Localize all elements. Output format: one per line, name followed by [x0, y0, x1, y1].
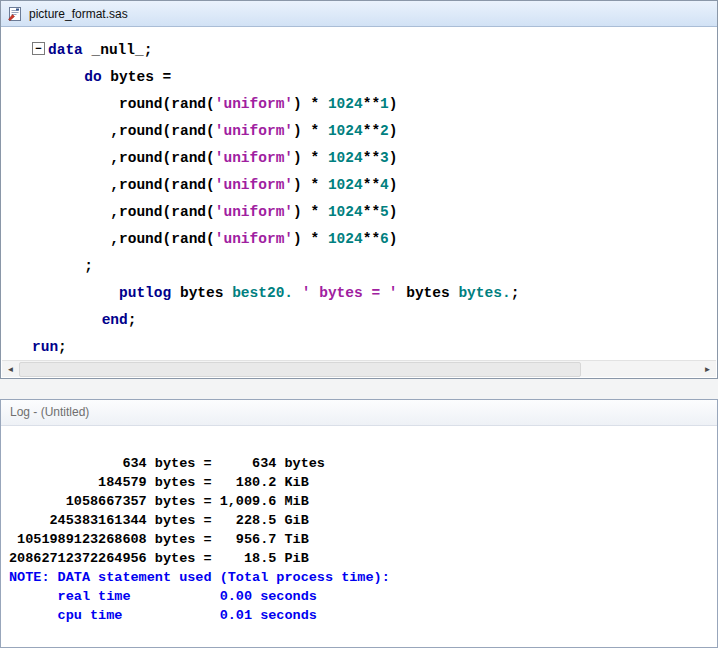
code-token-plain: ): [389, 96, 398, 112]
code-line: ,round(rand('uniform') * 1024**2): [32, 118, 716, 145]
code-token-kw: putlog: [119, 285, 171, 301]
code-token-num: 5: [380, 204, 389, 220]
code-token-kw: run: [32, 339, 58, 355]
code-token-num: bytes.: [458, 285, 510, 301]
code-token-plain: **: [363, 204, 380, 220]
log-content[interactable]: 634 bytes = 634 bytes 184579 bytes = 180…: [2, 426, 716, 646]
code-line: end;: [32, 307, 716, 334]
code-line: −data _null_;: [32, 37, 716, 64]
code-token-num: 1024: [328, 231, 363, 247]
log-note-line: NOTE: DATA statement used (Total process…: [9, 568, 716, 587]
code-token-num: 1: [380, 96, 389, 112]
editor-window: picture_format.sas −data _null_; do byte…: [0, 0, 718, 379]
code-token-plain: round(rand(: [32, 96, 215, 112]
code-token-plain: ,round(rand(: [32, 231, 215, 247]
code-token-str: ' bytes = ': [302, 285, 398, 301]
code-token-plain: **: [363, 177, 380, 193]
code-token-str: 'uniform': [215, 123, 293, 139]
code-token-str: 'uniform': [215, 96, 293, 112]
code-token-plain: **: [363, 96, 380, 112]
code-fold-collapse-icon[interactable]: −: [32, 42, 45, 55]
code-token-str: 'uniform': [215, 177, 293, 193]
log-titlebar[interactable]: Log - (Untitled): [1, 400, 717, 426]
code-token-num: 1024: [328, 150, 363, 166]
code-token-plain: ): [389, 177, 398, 193]
code-token-plain: ): [389, 150, 398, 166]
code-token-str: 'uniform': [215, 150, 293, 166]
code-token-num: 1024: [328, 123, 363, 139]
log-output-line: 20862712372264956 bytes = 18.5 PiB: [9, 549, 716, 568]
code-lines: −data _null_; do bytes = round(rand('uni…: [32, 37, 716, 360]
code-token-kw: data: [48, 42, 83, 58]
code-editor[interactable]: −data _null_; do bytes = round(rand('uni…: [2, 27, 716, 360]
code-line: ,round(rand('uniform') * 1024**6): [32, 226, 716, 253]
code-token-plain: _null_;: [83, 42, 153, 58]
code-token-num: 2: [380, 123, 389, 139]
code-token-plain: ) *: [293, 177, 328, 193]
code-token-num: 1024: [328, 204, 363, 220]
code-line: ,round(rand('uniform') * 1024**3): [32, 145, 716, 172]
log-lines: 634 bytes = 634 bytes 184579 bytes = 180…: [9, 454, 716, 625]
log-output-line: 184579 bytes = 180.2 KiB: [9, 473, 716, 492]
code-token-plain: ;: [511, 285, 520, 301]
code-token-plain: ,round(rand(: [32, 177, 215, 193]
code-token-plain: [32, 69, 84, 85]
code-token-plain: [32, 285, 119, 301]
code-token-plain: bytes: [171, 285, 232, 301]
code-token-num: 6: [380, 231, 389, 247]
code-line: putlog bytes best20. ' bytes = ' bytes b…: [32, 280, 716, 307]
code-line: do bytes =: [32, 64, 716, 91]
code-token-plain: ,round(rand(: [32, 150, 215, 166]
code-token-plain: ;: [58, 339, 67, 355]
log-window: Log - (Untitled) 634 bytes = 634 bytes 1…: [0, 399, 718, 648]
scroll-left-arrow-icon[interactable]: ◄: [2, 361, 19, 377]
editor-titlebar[interactable]: picture_format.sas: [1, 1, 717, 27]
code-line: run;: [32, 334, 716, 360]
editor-horizontal-scrollbar[interactable]: ◄ ►: [2, 360, 716, 377]
code-token-num: 4: [380, 177, 389, 193]
code-token-plain: **: [363, 231, 380, 247]
code-token-plain: bytes: [398, 285, 459, 301]
code-token-plain: [293, 285, 302, 301]
code-line: ;: [32, 253, 716, 280]
code-token-num: 1024: [328, 96, 363, 112]
code-token-plain: [32, 312, 102, 328]
code-token-kw: do: [84, 69, 101, 85]
code-line: ,round(rand('uniform') * 1024**5): [32, 199, 716, 226]
code-token-plain: ) *: [293, 123, 328, 139]
code-token-str: 'uniform': [215, 231, 293, 247]
code-token-kw: end: [102, 312, 128, 328]
code-token-plain: ;: [32, 258, 93, 274]
code-token-plain: ): [389, 204, 398, 220]
log-output-line: 1058667357 bytes = 1,009.6 MiB: [9, 492, 716, 511]
code-token-plain: bytes =: [102, 69, 172, 85]
code-token-plain: ) *: [293, 204, 328, 220]
log-window-title: Log - (Untitled): [10, 405, 89, 419]
code-token-plain: **: [363, 123, 380, 139]
code-token-num: best20.: [232, 285, 293, 301]
code-token-plain: ) *: [293, 231, 328, 247]
scrollbar-thumb[interactable]: [19, 362, 581, 377]
log-output-line: 245383161344 bytes = 228.5 GiB: [9, 511, 716, 530]
code-token-plain: ,round(rand(: [32, 204, 215, 220]
code-token-plain: ,round(rand(: [32, 123, 215, 139]
code-token-plain: ): [389, 231, 398, 247]
log-output-line: 634 bytes = 634 bytes: [9, 454, 716, 473]
code-token-plain: ;: [128, 312, 137, 328]
scroll-right-arrow-icon[interactable]: ►: [699, 361, 716, 377]
sas-program-icon[interactable]: [7, 6, 23, 22]
code-token-num: 3: [380, 150, 389, 166]
code-token-num: 1024: [328, 177, 363, 193]
code-token-plain: ) *: [293, 96, 328, 112]
code-token-plain: ) *: [293, 150, 328, 166]
code-token-plain: **: [363, 150, 380, 166]
code-line: round(rand('uniform') * 1024**1): [32, 91, 716, 118]
code-token-str: 'uniform': [215, 204, 293, 220]
code-line: ,round(rand('uniform') * 1024**4): [32, 172, 716, 199]
log-note-line: cpu time 0.01 seconds: [9, 606, 716, 625]
editor-title: picture_format.sas: [29, 7, 128, 21]
log-note-line: real time 0.00 seconds: [9, 587, 716, 606]
log-output-line: 1051989123268608 bytes = 956.7 TiB: [9, 530, 716, 549]
code-token-plain: ): [389, 123, 398, 139]
